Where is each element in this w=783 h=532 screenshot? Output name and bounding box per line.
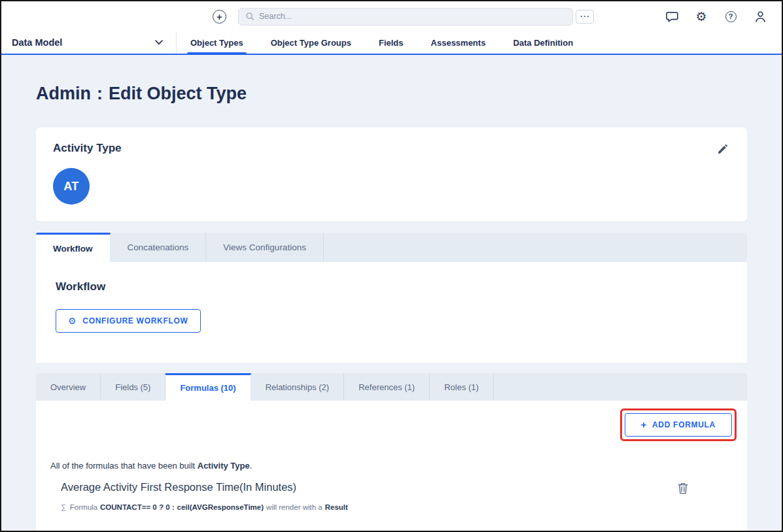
- tab-roles[interactable]: Roles (1): [430, 373, 494, 401]
- workflow-heading: Workflow: [56, 280, 727, 293]
- edit-pencil-icon[interactable]: [716, 142, 730, 156]
- description-prefix: All of the formulas that have been built: [50, 461, 198, 471]
- formula-label: Formula: [70, 503, 97, 511]
- formula-render-text: will render with a: [266, 503, 322, 511]
- formulas-panel: + ADD FORMULA All of the formulas that h…: [36, 401, 747, 531]
- user-profile-icon[interactable]: [753, 9, 767, 24]
- detail-tabbar: Overview Fields (5) Formulas (10) Relati…: [36, 373, 747, 401]
- data-model-dropdown[interactable]: Data Model: [1, 31, 177, 54]
- more-options-icon[interactable]: ⋯: [576, 10, 594, 24]
- workflow-tabbar: Workflow Concatenations Views Configurat…: [36, 233, 747, 262]
- top-bar: + ⋯ ⚙ ?: [1, 1, 782, 31]
- formulas-description: All of the formulas that have been built…: [50, 461, 737, 471]
- description-object-name: Activity Type: [198, 461, 250, 471]
- tabbar-filler: [324, 233, 747, 262]
- add-new-icon[interactable]: +: [213, 10, 226, 24]
- global-search[interactable]: [238, 8, 573, 25]
- nav-tab-assessments[interactable]: Assessments: [417, 31, 500, 54]
- configure-workflow-label: CONFIGURE WORKFLOW: [82, 316, 188, 325]
- nav-tab-object-type-groups[interactable]: Object Type Groups: [257, 31, 365, 54]
- page-title-separator: :: [97, 84, 103, 104]
- formula-expression: COUNTACT== 0 ? 0 :: [100, 503, 175, 511]
- page-title-prefix: Admin: [36, 84, 91, 104]
- description-suffix: .: [250, 461, 252, 471]
- tab-concatenations[interactable]: Concatenations: [111, 233, 207, 262]
- topbar-actions: ⚙ ?: [665, 9, 770, 24]
- delete-trash-icon[interactable]: [678, 482, 688, 497]
- tab-formulas[interactable]: Formulas (10): [165, 373, 251, 401]
- tab-overview[interactable]: Overview: [36, 373, 101, 401]
- formula-result: Result: [325, 503, 348, 511]
- add-formula-button[interactable]: + ADD FORMULA: [625, 413, 733, 437]
- settings-gear-icon[interactable]: ⚙: [694, 9, 708, 24]
- main-content: Admin : Edit Object Type Activity Type A…: [1, 55, 782, 531]
- nav-tab-object-types[interactable]: Object Types: [177, 31, 257, 54]
- add-formula-row: + ADD FORMULA: [53, 408, 737, 441]
- tabbar-filler: [494, 373, 747, 401]
- page-title: Admin : Edit Object Type: [36, 84, 747, 104]
- nav-tab-fields[interactable]: Fields: [365, 31, 417, 54]
- page-title-main: Edit Object Type: [109, 84, 247, 104]
- nav-tabs: Object Types Object Type Groups Fields A…: [177, 31, 587, 54]
- formula-list-item[interactable]: Average Activity First Response Time(In …: [53, 481, 737, 497]
- object-type-card-header: Activity Type: [53, 142, 730, 156]
- help-icon[interactable]: ?: [723, 9, 738, 24]
- formula-function: ceil(AVGResponseTime): [177, 503, 264, 511]
- data-model-label: Data Model: [12, 37, 62, 48]
- annotation-highlight-box: + ADD FORMULA: [620, 408, 737, 441]
- chat-icon[interactable]: [665, 9, 679, 24]
- search-input[interactable]: [259, 12, 566, 21]
- formula-name: Average Activity First Response Time(In …: [53, 481, 296, 493]
- sigma-icon: ∑: [61, 503, 66, 511]
- configure-workflow-button[interactable]: ⚙ CONFIGURE WORKFLOW: [56, 309, 201, 333]
- tab-references[interactable]: References (1): [344, 373, 430, 401]
- object-type-avatar: AT: [53, 168, 90, 205]
- chevron-down-icon: [155, 40, 163, 45]
- nav-tab-data-definition[interactable]: Data Definition: [499, 31, 587, 54]
- object-type-name: Activity Type: [53, 142, 122, 155]
- tab-views-configurations[interactable]: Views Configurations: [206, 233, 324, 262]
- module-nav-bar: Data Model Object Types Object Type Grou…: [1, 31, 782, 55]
- gear-icon: ⚙: [68, 316, 77, 325]
- tab-relationships[interactable]: Relationships (2): [251, 373, 345, 401]
- formula-expression-line: ∑Formula COUNTACT== 0 ? 0 : ceil(AVGResp…: [53, 503, 737, 511]
- app-window: + ⋯ ⚙ ?: [0, 0, 783, 532]
- search-icon: [245, 12, 254, 21]
- question-mark: ?: [725, 11, 737, 22]
- tab-fields[interactable]: Fields (5): [101, 373, 165, 401]
- tab-workflow[interactable]: Workflow: [36, 233, 111, 262]
- workflow-panel: Workflow ⚙ CONFIGURE WORKFLOW: [36, 262, 747, 363]
- object-type-card: Activity Type AT: [36, 127, 747, 222]
- add-formula-label: ADD FORMULA: [652, 420, 716, 429]
